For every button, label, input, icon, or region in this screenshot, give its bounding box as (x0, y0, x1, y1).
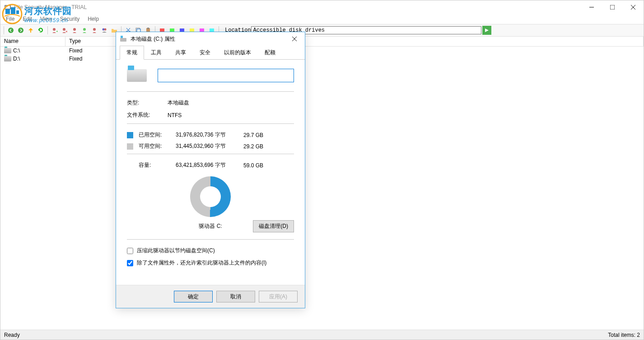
tab-previous[interactable]: 以前的版本 (217, 46, 258, 60)
dialog-body: 类型: 本地磁盘 文件系统: NTFS 已用空间: 31,976,820,736… (116, 60, 305, 285)
svg-rect-4 (610, 5, 615, 9)
app-icon (4, 4, 11, 11)
user-add-button[interactable]: + (50, 26, 59, 35)
svg-point-8 (18, 28, 23, 33)
maximize-button[interactable] (602, 0, 623, 14)
used-gb: 29.7 GB (243, 132, 271, 138)
menu-file[interactable]: File (2, 15, 18, 23)
svg-rect-33 (121, 36, 123, 38)
titlebar: File Security Manager - TRIAL (0, 0, 644, 14)
disk-cleanup-button[interactable]: 磁盘清理(D) (253, 220, 294, 232)
tab-tools[interactable]: 工具 (144, 46, 168, 60)
apply-button[interactable]: 应用(A) (259, 291, 298, 302)
divider (127, 154, 294, 154)
index-checkbox[interactable] (127, 260, 133, 266)
dialog-drive-icon (120, 35, 127, 42)
volume-name-input[interactable] (158, 69, 294, 82)
window-title: File Security Manager - TRIAL (14, 4, 87, 10)
user1-button[interactable] (70, 26, 79, 35)
main-window: File Security Manager - TRIAL File Edit … (0, 0, 644, 340)
list-header: Name Type (0, 37, 644, 47)
toolbar: + × Location (0, 24, 644, 37)
index-checkbox-row[interactable]: 除了文件属性外，还允许索引此驱动器上文件的内容(I) (127, 259, 294, 267)
group-button[interactable] (100, 26, 109, 35)
back-button[interactable] (6, 26, 15, 35)
cancel-button[interactable]: 取消 (216, 291, 255, 302)
list-row[interactable]: C:\ Fixed (0, 47, 644, 55)
statusbar: Ready Total items: 2 (0, 330, 644, 340)
free-swatch-icon (127, 143, 133, 150)
divider (127, 123, 294, 124)
drive-icon (4, 48, 11, 53)
svg-point-14 (83, 28, 86, 31)
user-remove-button[interactable]: × (60, 26, 69, 35)
tab-security[interactable]: 安全 (193, 46, 217, 60)
menu-edit[interactable]: Edit (19, 15, 36, 23)
dialog-title: 本地磁盘 (C:) 属性 (131, 35, 175, 43)
svg-point-13 (73, 28, 76, 31)
drive-label: 驱动器 C: (199, 222, 222, 230)
refresh-button[interactable] (36, 26, 45, 35)
compress-label: 压缩此驱动器以节约磁盘空间(C) (137, 247, 215, 255)
type-label: 类型: (127, 99, 168, 107)
capacity-gb: 59.0 GB (243, 162, 271, 169)
status-left: Ready (4, 332, 20, 338)
svg-rect-32 (120, 38, 126, 42)
tab-quota[interactable]: 配额 (258, 46, 282, 60)
drive-icon (4, 56, 11, 61)
usage-donut-chart (127, 176, 294, 217)
user3-button[interactable] (90, 26, 99, 35)
dialog-close-button[interactable] (288, 32, 301, 46)
capacity-label: 容量: (139, 161, 176, 169)
used-label: 已用空间: (139, 131, 176, 139)
properties-dialog: 本地磁盘 (C:) 属性 常规 工具 共享 安全 以前的版本 配额 类型: 本地… (116, 32, 305, 308)
go-button[interactable] (482, 26, 491, 35)
column-name[interactable]: Name (0, 37, 65, 46)
used-swatch-icon (127, 132, 133, 138)
free-gb: 29.2 GB (243, 143, 271, 150)
free-label: 可用空间: (139, 142, 176, 150)
compress-checkbox-row[interactable]: 压缩此驱动器以节约磁盘空间(C) (127, 247, 294, 255)
menubar: File Edit View Security Help (0, 14, 644, 24)
type-value: 本地磁盘 (168, 99, 294, 107)
svg-text:+: + (56, 29, 58, 33)
content-area: Name Type C:\ Fixed D:\ Fixed (0, 37, 644, 330)
free-bytes: 31,445,032,960 字节 (176, 142, 243, 150)
used-bytes: 31,976,820,736 字节 (176, 131, 243, 139)
dialog-titlebar[interactable]: 本地磁盘 (C:) 属性 (116, 32, 305, 46)
dialog-buttons: 确定 取消 应用(A) (116, 285, 305, 308)
list-row[interactable]: D:\ Fixed (0, 55, 644, 63)
tab-general[interactable]: 常规 (120, 46, 144, 60)
svg-point-7 (8, 28, 14, 33)
svg-rect-25 (147, 28, 149, 29)
tab-sharing[interactable]: 共享 (168, 46, 193, 60)
menu-view[interactable]: View (37, 15, 56, 23)
filesystem-value: NTFS (168, 112, 294, 118)
up-button[interactable] (26, 26, 35, 35)
menu-help[interactable]: Help (84, 15, 103, 23)
capacity-bytes: 63,421,853,696 字节 (176, 161, 243, 169)
filesystem-label: 文件系统: (127, 111, 168, 119)
minimize-button[interactable] (581, 0, 602, 14)
divider (127, 239, 294, 240)
divider (127, 91, 294, 92)
list-body: C:\ Fixed D:\ Fixed (0, 47, 644, 330)
disk-large-icon (127, 69, 147, 82)
ok-button[interactable]: 确定 (174, 291, 213, 302)
svg-rect-2 (5, 6, 10, 9)
close-button[interactable] (623, 0, 644, 14)
svg-text:×: × (65, 29, 68, 33)
forward-button[interactable] (16, 26, 25, 35)
svg-point-9 (53, 28, 56, 31)
svg-point-17 (104, 28, 107, 31)
status-right: Total items: 2 (608, 332, 640, 338)
index-label: 除了文件属性外，还允许索引此驱动器上文件的内容(I) (137, 259, 266, 267)
dialog-tabs: 常规 工具 共享 安全 以前的版本 配额 (116, 46, 305, 60)
user2-button[interactable] (80, 26, 89, 35)
svg-point-15 (93, 28, 96, 31)
compress-checkbox[interactable] (127, 248, 133, 254)
menu-security[interactable]: Security (56, 15, 83, 23)
